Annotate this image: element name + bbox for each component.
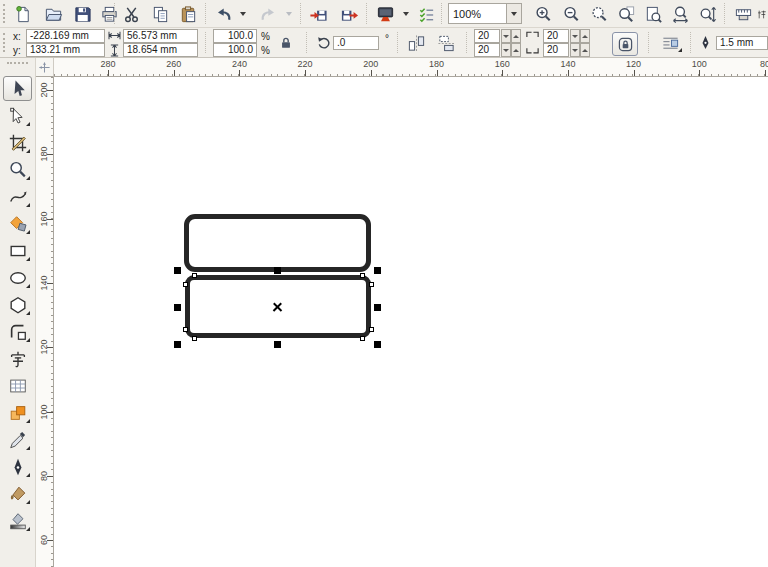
zoom-to-height-button[interactable] — [694, 2, 720, 26]
flyout-indicator — [26, 419, 30, 423]
fill-tool[interactable] — [3, 481, 32, 506]
scale-lock-button[interactable] — [276, 32, 296, 54]
toolbar-grip[interactable] — [3, 33, 8, 52]
ruler-origin[interactable] — [36, 58, 54, 77]
zoom-level-combo[interactable]: 100% — [448, 3, 522, 24]
outline-width-field[interactable]: 1.5 mm — [716, 36, 768, 50]
x-position-field[interactable]: -228.169 mm — [26, 29, 105, 43]
corner-node[interactable] — [360, 336, 365, 341]
drawing-canvas[interactable] — [54, 77, 768, 567]
ellipse-tool[interactable] — [3, 265, 32, 290]
rounded-rectangle-top[interactable] — [184, 214, 371, 272]
zoom-tool[interactable] — [3, 157, 32, 182]
scale-vertical-field[interactable]: 100.0 — [213, 43, 257, 57]
outline-pen-tool[interactable] — [3, 454, 32, 479]
redo-button[interactable] — [255, 2, 281, 26]
polygon-tool[interactable] — [3, 292, 32, 317]
import-button[interactable] — [305, 2, 331, 26]
corner-radius-bottom-right-field[interactable]: 20 — [543, 43, 569, 57]
color-eyedropper-tool[interactable] — [3, 427, 32, 452]
text-tool[interactable] — [3, 346, 32, 371]
vertical-ruler[interactable]: 2001801601401201008060 — [36, 77, 54, 567]
corner-radius-bottom-right-spinner[interactable] — [570, 43, 590, 57]
table-tool[interactable] — [3, 373, 32, 398]
zoom-to-width-button[interactable] — [667, 2, 693, 26]
mirror-horizontal-button[interactable] — [404, 32, 429, 54]
copy-button[interactable] — [147, 2, 173, 26]
selection-handle[interactable] — [174, 267, 181, 274]
launcher-dropdown[interactable] — [400, 2, 412, 26]
interactive-fill-tool-icon — [8, 511, 28, 531]
object-width-field[interactable]: 56.573 mm — [123, 29, 198, 43]
corner-node[interactable] — [360, 273, 365, 278]
freehand-tool[interactable] — [3, 184, 32, 209]
corner-node[interactable] — [183, 327, 188, 332]
corner-node[interactable] — [192, 336, 197, 341]
paste-button[interactable] — [175, 2, 201, 26]
clipped-edge-button[interactable] — [757, 2, 768, 26]
redo-dropdown[interactable] — [283, 2, 295, 26]
corner-node[interactable] — [183, 282, 188, 287]
corner-radius-bottom-left-spinner[interactable] — [501, 43, 521, 57]
corner-node[interactable] — [369, 327, 374, 332]
ruler-window-button[interactable] — [730, 2, 756, 26]
wrap-text-button[interactable] — [656, 32, 684, 54]
selection-handle[interactable] — [174, 341, 181, 348]
corner-radius-top-left-spinner[interactable] — [501, 29, 521, 43]
selection-handle[interactable] — [374, 267, 381, 274]
scale-horizontal-field[interactable]: 100.0 — [213, 29, 257, 43]
pick-tool[interactable] — [3, 76, 32, 101]
welcome-screen-button[interactable] — [413, 2, 439, 26]
selection-handle[interactable] — [174, 304, 181, 311]
corner-radius-top-right-spinner[interactable] — [570, 29, 590, 43]
corner-radius-top-left-field[interactable]: 20 — [474, 29, 500, 43]
rectangle-tool[interactable] — [3, 238, 32, 263]
export-button[interactable] — [336, 2, 362, 26]
mirror-vertical-button[interactable] — [434, 32, 459, 54]
selection-handle[interactable] — [274, 341, 281, 348]
basic-shapes-tool[interactable] — [3, 319, 32, 344]
zoom-marquee-button[interactable] — [586, 2, 612, 26]
open-button[interactable] — [40, 2, 66, 26]
object-size-width-icon — [108, 30, 121, 41]
zoom-to-page-button[interactable] — [640, 2, 666, 26]
undo-button[interactable] — [210, 2, 236, 26]
interactive-fill-tool[interactable] — [3, 508, 32, 533]
object-height-field[interactable]: 18.654 mm — [123, 43, 198, 57]
selection-handle[interactable] — [274, 267, 281, 274]
zoom-out-button[interactable] — [558, 2, 584, 26]
h-ruler-major-tick — [371, 70, 372, 76]
edit-corners-together-lock-button[interactable] — [612, 32, 638, 56]
shape-tool[interactable] — [3, 103, 32, 128]
corner-node[interactable] — [192, 273, 197, 278]
separator — [306, 32, 308, 53]
v-ruler-major-tick — [47, 283, 53, 284]
outline-pen-tool-icon — [8, 457, 28, 477]
new-document-button[interactable] — [10, 2, 36, 26]
corner-radius-bottom-left-field[interactable]: 20 — [474, 43, 500, 57]
selection-handle[interactable] — [374, 304, 381, 311]
save-button[interactable] — [69, 2, 95, 26]
corner-radius-top-right-field[interactable]: 20 — [543, 29, 569, 43]
selection-handle[interactable] — [374, 341, 381, 348]
horizontal-ruler[interactable]: 28026024022020018016014012010080 — [54, 58, 768, 77]
corner-node[interactable] — [369, 282, 374, 287]
crop-tool[interactable] — [3, 130, 32, 155]
zoom-in-button[interactable] — [530, 2, 556, 26]
undo-dropdown[interactable] — [237, 2, 249, 26]
selection-center-mark[interactable] — [271, 301, 283, 313]
blend-tool[interactable] — [3, 400, 32, 425]
zoom-all-objects-icon — [617, 5, 636, 24]
application-launcher-button[interactable] — [372, 2, 398, 26]
toolbox-grip[interactable] — [7, 62, 28, 64]
chevron-down-icon — [240, 12, 246, 16]
separator — [114, 3, 116, 24]
cut-button[interactable] — [118, 2, 144, 26]
zoom-all-objects-button[interactable] — [613, 2, 639, 26]
toolbar-grip[interactable] — [3, 4, 8, 23]
rotation-angle-field[interactable]: .0 — [333, 36, 379, 50]
y-position-field[interactable]: 133.21 mm — [26, 43, 105, 57]
h-ruler-major-tick — [305, 70, 306, 76]
zoom-level-dropdown[interactable] — [506, 4, 521, 23]
smart-fill-tool[interactable] — [3, 211, 32, 236]
